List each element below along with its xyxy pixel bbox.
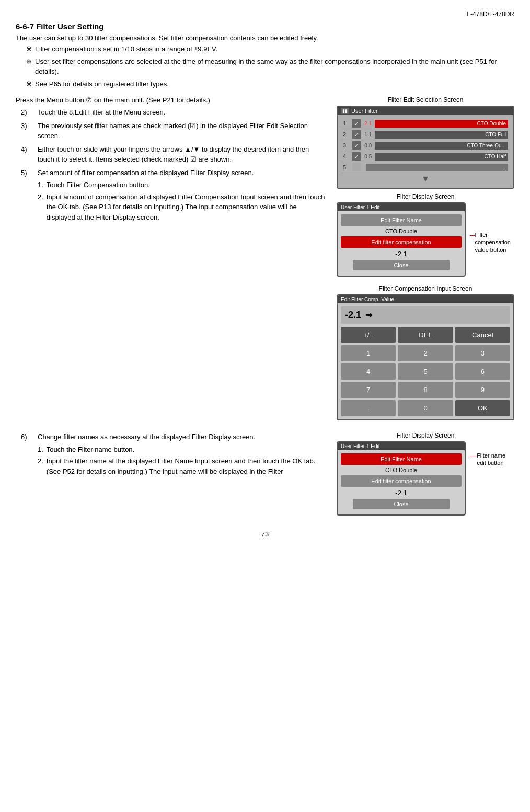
comp-input-topbar: Edit Filter Comp. Value (338, 295, 513, 303)
filter-row-1[interactable]: 1 ✓ -2.1 CTO Double (341, 118, 510, 129)
key-del[interactable]: DEL (398, 327, 453, 343)
section-title: 6-6-7 Filter User Setting (16, 22, 514, 31)
step-5-sub-1: 1. Touch Filter Compensation button. (38, 180, 326, 190)
step-3: 3) The previously set filter names are c… (21, 121, 326, 141)
key-cancel[interactable]: Cancel (455, 327, 510, 343)
filter-display-1-body: Edit Filter Name CTO Double Edit filter … (338, 211, 465, 276)
filter-value-display-2: -2.1 (341, 489, 462, 497)
comp-display-value: -2.1 ⇒ (341, 306, 510, 324)
step-6-sub-1: 1. Touch the Filter name button. (38, 444, 326, 455)
key-plus-minus[interactable]: +/− (341, 327, 396, 343)
left-column: Press the Menu button ⑦ on the main unit… (16, 96, 337, 424)
annotation-comp-value: Filter compensation value button (470, 202, 514, 254)
header-model: L-478D/L-478DR (16, 10, 514, 18)
step-6: 6) Change filter names as necessary at t… (21, 432, 326, 478)
step-1: Press the Menu button ⑦ on the main unit… (16, 96, 326, 104)
key-2[interactable]: 2 (398, 345, 453, 361)
filter-display-2-topbar: User Filter 1 Edit (338, 442, 465, 450)
key-0[interactable]: 0 (398, 400, 453, 416)
edit-filter-name-button-2[interactable]: Edit Filter Name (341, 453, 462, 465)
filter-display-screen-2: User Filter 1 Edit Edit Filter Name CTO … (337, 441, 466, 516)
note-3: ※ See P65 for details on registered filt… (26, 79, 514, 89)
page-number: 73 (16, 530, 514, 538)
filter-row-3[interactable]: 3 ✓ -0.8 CTO Three-Qu... (341, 140, 510, 151)
note-1: ※ Filter compensation is set in 1/10 ste… (26, 44, 514, 54)
steps-list: 2) Touch the 8.Edit Filter at the Menu s… (21, 107, 326, 224)
filter-comp-input-label: Filter Compensation Input Screen (337, 285, 514, 292)
filter-list: 1 ✓ -2.1 CTO Double 2 ✓ -1.1 CTO Full 3 … (338, 115, 513, 188)
annotation-filter-name: Filter name edit button (470, 441, 514, 467)
edit-filter-compensation-button-1[interactable]: Edit filter compensation (341, 236, 462, 248)
key-5[interactable]: 5 (398, 363, 453, 380)
comp-input-body: -2.1 ⇒ +/− DEL Cancel 1 2 3 4 5 6 7 8 9 … (338, 303, 513, 419)
step-4: 4) Either touch or slide with your finge… (21, 144, 326, 165)
close-button-2[interactable]: Close (353, 499, 450, 509)
step-6-left: 6) Change filter names as necessary at t… (16, 432, 337, 520)
note-2: ※ User-set filter compensations are sele… (26, 56, 514, 77)
filter-display-2-label: Filter Display Screen (337, 432, 514, 439)
key-9[interactable]: 9 (455, 382, 510, 398)
step-6-sub-2: 2. Input the filter name at the displaye… (38, 456, 326, 476)
filter-value-display-1: -2.1 (341, 250, 462, 258)
intro-text: The user can set up to 30 filter compens… (16, 34, 514, 42)
notes-section: ※ Filter compensation is set in 1/10 ste… (26, 44, 514, 89)
filter-display-1-label: Filter Display Screen (337, 193, 514, 200)
close-button-1[interactable]: Close (353, 260, 450, 270)
keypad: +/− DEL Cancel 1 2 3 4 5 6 7 8 9 . 0 OK (341, 327, 510, 416)
right-column: Filter Edit Selection Screen ▮▮ User Fil… (337, 96, 514, 424)
key-6[interactable]: 6 (455, 363, 510, 380)
filter-comp-input-screen: Edit Filter Comp. Value -2.1 ⇒ +/− DEL C… (337, 294, 514, 420)
filter-name-display-1: CTO Double (341, 228, 462, 234)
scroll-down-arrow[interactable]: ▼ (341, 173, 510, 185)
step-6-section: 6) Change filter names as necessary at t… (16, 432, 514, 520)
filter-edit-selection-screen: ▮▮ User Filter 1 ✓ -2.1 CTO Double 2 ✓ -… (337, 106, 514, 189)
edit-filter-name-button-1[interactable]: Edit Filter Name (341, 214, 462, 226)
filter-display-2-body: Edit Filter Name CTO Double Edit filter … (338, 450, 465, 514)
step-5-sub-2: 2. Input amount of compensation at displ… (38, 192, 326, 223)
filter-edit-selection-label: Filter Edit Selection Screen (337, 96, 514, 104)
filter-name-display-2: CTO Double (341, 467, 462, 473)
filter-row-5[interactable]: 5 -- (341, 162, 510, 173)
filter-display-1-topbar: User Filter 1 Edit (338, 203, 465, 211)
edit-filter-compensation-button-2[interactable]: Edit filter compensation (341, 475, 462, 487)
key-7[interactable]: 7 (341, 382, 396, 398)
key-1[interactable]: 1 (341, 345, 396, 361)
key-4[interactable]: 4 (341, 363, 396, 380)
step-2: 2) Touch the 8.Edit Filter at the Menu s… (21, 107, 326, 118)
key-dot[interactable]: . (341, 400, 396, 416)
step-5: 5) Set amount of filter compensation at … (21, 168, 326, 224)
filter-edit-selection-header: ▮▮ User Filter (338, 107, 513, 115)
filter-row-2[interactable]: 2 ✓ -1.1 CTO Full (341, 129, 510, 140)
step-6-right: Filter Display Screen User Filter 1 Edit… (337, 432, 514, 520)
key-3[interactable]: 3 (455, 345, 510, 361)
key-8[interactable]: 8 (398, 382, 453, 398)
key-ok[interactable]: OK (455, 400, 510, 416)
filter-display-screen-1: User Filter 1 Edit Edit Filter Name CTO … (337, 202, 466, 277)
filter-row-4[interactable]: 4 ✓ -0.5 CTO Half (341, 151, 510, 162)
